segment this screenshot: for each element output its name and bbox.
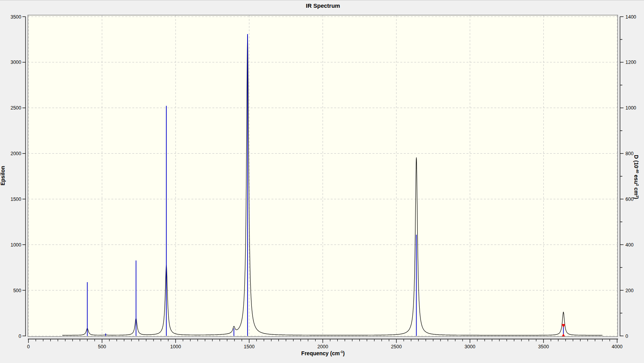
spectrum-plot: 0500100015002000250030003500020040060080… [0,0,644,363]
right-axis-tick-label: 200 [625,288,634,293]
right-axis-tick-label: 400 [625,242,634,248]
x-axis-tick-label: 1000 [170,344,181,349]
x-axis-tick-label: 1500 [244,344,255,349]
left-axis-tick-label: 3500 [10,14,21,20]
x-axis-title: Frequency (cm-1) [28,350,618,356]
left-axis-tick-label: 2000 [10,151,21,156]
left-axis-tick-label: 500 [13,288,21,293]
x-axis-tick-label: 500 [98,344,106,349]
right-axis-tick-label: 0 [625,334,628,339]
left-axis-tick-label: 0 [19,334,21,339]
ir-spectrum-window: { "window": { "background": "#f0f0f0" },… [0,0,644,363]
left-axis-tick-label: 1500 [10,197,21,202]
left-axis-tick-label: 1000 [10,242,21,248]
x-axis-tick-label: 3000 [465,344,475,349]
x-axis-tick-label: 3500 [538,344,549,349]
left-axis-tick-label: 2500 [10,105,21,111]
x-axis-tick-label: 0 [27,344,30,349]
left-axis-title: Epsilon [0,2,6,350]
x-axis-tick-label: 2500 [391,344,402,349]
right-axis-tick-label: 600 [625,197,634,202]
x-axis-tick-label: 4000 [612,344,623,349]
left-axis-tick-label: 3000 [10,60,21,65]
right-axis-tick-label: 800 [625,151,634,156]
x-axis-tick-label: 2000 [318,344,328,349]
right-axis-title: D (10-40 esu2 cm2) [633,3,640,351]
